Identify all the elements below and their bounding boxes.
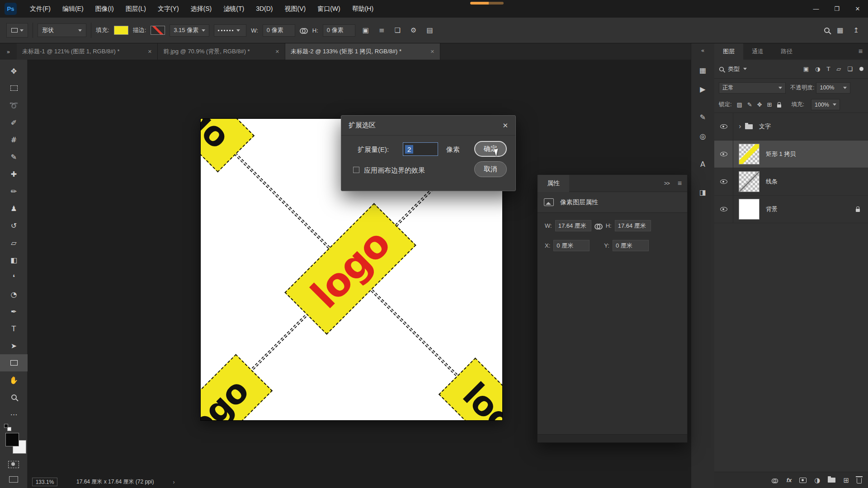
layer-row-rect-copy[interactable]: 矩形 1 拷贝 bbox=[714, 141, 868, 168]
move-tool[interactable]: ✥ bbox=[0, 62, 28, 80]
filter-pixel-layers-icon[interactable]: ▣ bbox=[802, 66, 810, 72]
menu-type[interactable]: 文字(Y) bbox=[152, 0, 185, 18]
tab-document-qian-jpg[interactable]: 前.jpg @ 70.9% (背景, RGB/8#) * ✕ bbox=[158, 43, 285, 60]
lock-transparent-pixels-icon[interactable]: ▨ bbox=[736, 101, 742, 108]
path-alignment-icon[interactable]: ≡ bbox=[376, 26, 387, 34]
healing-brush-tool[interactable]: ✚ bbox=[0, 165, 28, 183]
visibility-cell[interactable] bbox=[714, 168, 733, 195]
close-icon[interactable]: ✕ bbox=[426, 49, 434, 55]
zoom-tool[interactable] bbox=[0, 389, 28, 406]
crop-tool[interactable]: # bbox=[0, 131, 28, 148]
height-field[interactable]: 17.64 厘米 bbox=[615, 220, 651, 231]
close-icon[interactable]: ✕ bbox=[502, 122, 508, 130]
link-dimensions-icon[interactable] bbox=[300, 28, 308, 33]
canvas-bounds-checkbox[interactable] bbox=[353, 167, 359, 173]
edit-toolbar-button[interactable]: ⋯ bbox=[0, 406, 28, 423]
collapse-toolbar-chevron[interactable]: » bbox=[0, 43, 17, 60]
hand-tool[interactable]: ✋ bbox=[0, 371, 28, 389]
menu-layer[interactable]: 图层(L) bbox=[120, 0, 152, 18]
history-brush-tool[interactable]: ↺ bbox=[0, 217, 28, 234]
pen-tool[interactable]: ✒ bbox=[0, 303, 28, 320]
layer-thumbnail[interactable] bbox=[739, 144, 760, 164]
brush-settings-panel-icon[interactable]: ✎ bbox=[694, 109, 712, 125]
menu-view[interactable]: 视图(V) bbox=[278, 0, 311, 18]
tab-properties[interactable]: 属性 bbox=[538, 175, 569, 192]
group-disclosure-chevron[interactable]: › bbox=[739, 122, 741, 131]
menu-filter[interactable]: 滤镜(T) bbox=[217, 0, 250, 18]
gradient-tool[interactable]: ◧ bbox=[0, 251, 28, 268]
canvas-bounds-checkbox-label[interactable]: 应用画布边界的效果 bbox=[364, 166, 425, 175]
layer-name[interactable]: 线条 bbox=[766, 178, 778, 186]
filter-type-layers-icon[interactable]: T bbox=[825, 66, 831, 72]
default-colors-icon[interactable] bbox=[4, 424, 8, 428]
search-icon[interactable] bbox=[824, 28, 830, 33]
clone-source-panel-icon[interactable]: ◎ bbox=[694, 128, 712, 144]
clone-stamp-tool[interactable]: ♟ bbox=[0, 200, 28, 217]
add-mask-icon[interactable] bbox=[799, 478, 807, 483]
settings-gear-icon[interactable]: ⚙ bbox=[408, 26, 419, 34]
menu-help[interactable]: 帮助(H) bbox=[346, 0, 379, 18]
tab-document-untitled-1[interactable]: 未标题-1 @ 121% (图层 1, RGB/8#) * ✕ bbox=[17, 43, 158, 60]
new-layer-icon[interactable]: ⊞ bbox=[843, 476, 849, 484]
close-button[interactable]: ✕ bbox=[847, 0, 868, 18]
rectangle-tool[interactable] bbox=[0, 354, 28, 371]
close-icon[interactable]: ✕ bbox=[271, 49, 279, 55]
layer-name[interactable]: 文字 bbox=[759, 122, 771, 131]
dodge-tool[interactable]: ◔ bbox=[0, 286, 28, 303]
actions-panel-icon[interactable]: ▶ bbox=[694, 81, 712, 97]
tab-paths[interactable]: 路径 bbox=[772, 43, 801, 60]
path-selection-tool[interactable]: ➤ bbox=[0, 337, 28, 354]
adjustment-layer-icon[interactable]: ◑ bbox=[814, 476, 820, 484]
tool-preset-picker[interactable] bbox=[6, 23, 28, 38]
stroke-color-swatch[interactable] bbox=[151, 26, 165, 35]
x-field[interactable]: 0 厘米 bbox=[553, 240, 590, 251]
y-field[interactable]: 0 厘米 bbox=[613, 240, 649, 251]
layer-name[interactable]: 矩形 1 拷贝 bbox=[766, 150, 796, 158]
width-field[interactable]: 17.64 厘米 bbox=[555, 220, 591, 231]
panel-menu-icon[interactable]: ≡ bbox=[678, 179, 682, 188]
foreground-color-swatch[interactable] bbox=[5, 433, 19, 446]
learn-panel-icon[interactable]: ▦ bbox=[694, 62, 712, 78]
restore-button[interactable]: ❐ bbox=[826, 0, 847, 18]
filter-toggle[interactable] bbox=[859, 67, 863, 71]
delete-layer-icon[interactable] bbox=[857, 478, 862, 483]
visibility-cell[interactable] bbox=[714, 141, 733, 168]
marquee-tool[interactable] bbox=[0, 80, 28, 97]
minimize-button[interactable]: — bbox=[806, 0, 826, 18]
tool-mode-select[interactable]: 形状 bbox=[38, 23, 86, 37]
link-layers-icon[interactable] bbox=[772, 479, 778, 482]
photoshop-logo[interactable]: Ps bbox=[5, 3, 17, 15]
layer-style-fx-icon[interactable]: fx bbox=[787, 477, 792, 483]
filter-adjustment-layers-icon[interactable]: ◑ bbox=[814, 66, 821, 72]
stroke-style-select[interactable] bbox=[214, 24, 246, 37]
status-options-chevron[interactable]: › bbox=[173, 479, 175, 485]
brush-tool[interactable]: ✏ bbox=[0, 183, 28, 200]
menu-3d[interactable]: 3D(D) bbox=[250, 0, 278, 18]
new-group-icon[interactable] bbox=[828, 478, 835, 483]
visibility-cell[interactable] bbox=[714, 113, 733, 140]
panel-menu-icon[interactable]: ≡ bbox=[859, 47, 863, 56]
stroke-width-field[interactable]: 3.15 像素 bbox=[170, 24, 209, 37]
tab-channels[interactable]: 通道 bbox=[743, 43, 772, 60]
fill-opacity-field[interactable]: 100% bbox=[811, 99, 840, 110]
close-icon[interactable]: ✕ bbox=[143, 49, 152, 55]
lock-artboard-icon[interactable]: ⊞ bbox=[767, 101, 772, 108]
menu-image[interactable]: 图像(I) bbox=[90, 0, 120, 18]
menu-window[interactable]: 窗口(W) bbox=[311, 0, 346, 18]
layer-row-lines[interactable]: 线条 bbox=[714, 168, 868, 196]
zoom-level-field[interactable]: 133.1% bbox=[32, 478, 57, 486]
cancel-button[interactable]: 取消 bbox=[474, 161, 507, 177]
quick-selection-tool[interactable]: ✐ bbox=[0, 114, 28, 131]
filter-smart-objects-icon[interactable]: ❏ bbox=[846, 66, 854, 72]
type-tool[interactable]: T bbox=[0, 320, 28, 337]
screen-mode-button[interactable] bbox=[9, 476, 18, 483]
layer-name[interactable]: 背景 bbox=[766, 205, 778, 213]
path-arrangement-icon[interactable]: ❏ bbox=[392, 26, 403, 34]
eraser-tool[interactable]: ▱ bbox=[0, 234, 28, 251]
tab-document-untitled-2[interactable]: 未标题-2 @ 133% (矩形 1 拷贝, RGB/8#) * ✕ bbox=[285, 43, 440, 60]
shape-height-field[interactable]: 0 像素 bbox=[323, 24, 355, 37]
shape-width-field[interactable]: 0 像素 bbox=[263, 24, 295, 37]
fill-color-swatch[interactable] bbox=[114, 26, 128, 35]
workspace-switcher-icon[interactable]: ▦ bbox=[834, 26, 846, 34]
blend-mode-select[interactable]: 正常 bbox=[719, 82, 786, 94]
